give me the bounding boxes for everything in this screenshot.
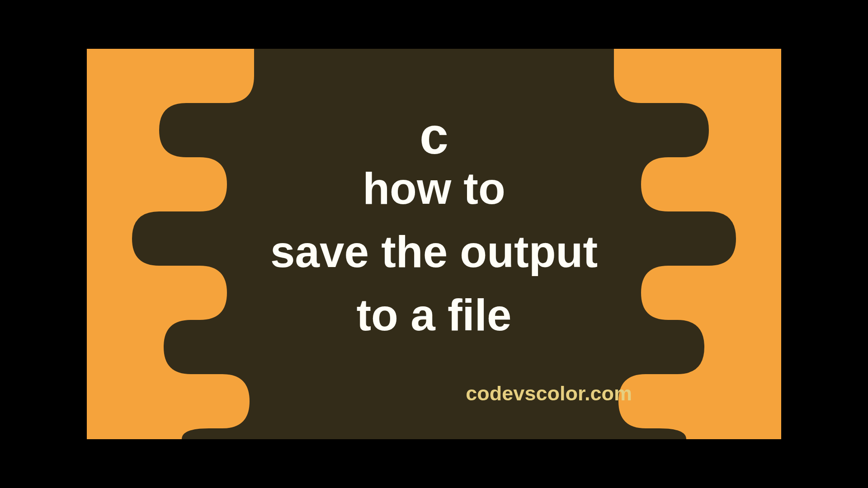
card: c how to save the output to a file codev… [87,49,781,439]
stage: c how to save the output to a file codev… [0,0,868,488]
title-line-3: save the output [87,230,781,274]
title-line-4: to a file [87,293,781,337]
title-line-2: how to [87,166,781,211]
site-credit: codevscolor.com [466,382,632,405]
title-line-1: c [87,110,781,162]
